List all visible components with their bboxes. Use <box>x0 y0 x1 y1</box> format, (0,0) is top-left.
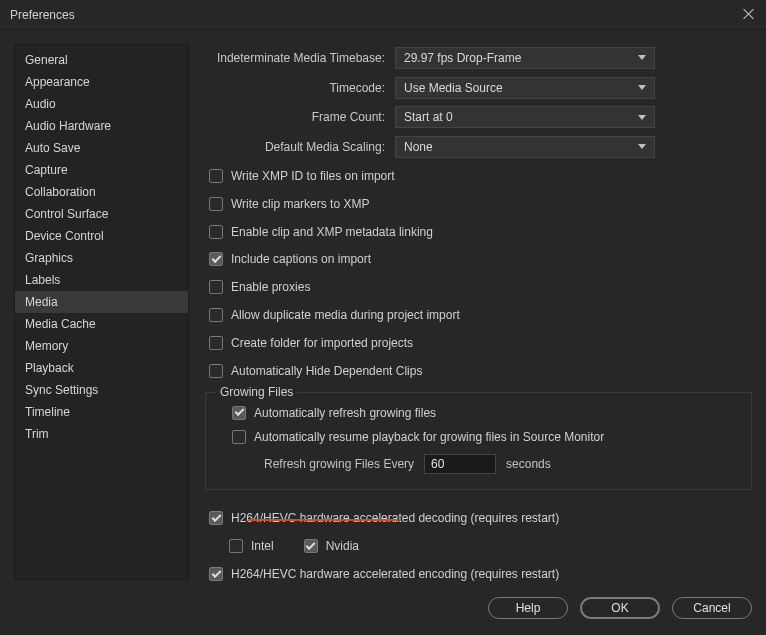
allow-duplicate-checkbox[interactable] <box>209 308 223 322</box>
refresh-suffix-label: seconds <box>506 457 551 471</box>
sidebar-item-control-surface[interactable]: Control Surface <box>15 203 188 225</box>
hw-encode-checkbox[interactable] <box>209 567 223 581</box>
include-captions-checkbox[interactable] <box>209 252 223 266</box>
auto-refresh-row[interactable]: Automatically refresh growing files <box>216 401 741 425</box>
scaling-dropdown[interactable]: None <box>395 136 655 158</box>
sidebar-item-labels[interactable]: Labels <box>15 269 188 291</box>
auto-resume-checkbox[interactable] <box>232 430 246 444</box>
sidebar-item-appearance[interactable]: Appearance <box>15 71 188 93</box>
sidebar-item-auto-save[interactable]: Auto Save <box>15 137 188 159</box>
timebase-label: Indeterminate Media Timebase: <box>205 51 395 65</box>
hw-decode-row[interactable]: H264/HEVC hardware accelerated decoding … <box>205 507 752 529</box>
allow-duplicate-row[interactable]: Allow duplicate media during project imp… <box>205 304 752 326</box>
sidebar-item-media-cache[interactable]: Media Cache <box>15 313 188 335</box>
sidebar-item-trim[interactable]: Trim <box>15 423 188 445</box>
include-captions-row[interactable]: Include captions on import <box>205 248 752 270</box>
growing-files-legend: Growing Files <box>216 385 297 399</box>
close-icon[interactable] <box>740 7 756 23</box>
nvidia-checkbox[interactable] <box>304 539 318 553</box>
title-bar: Preferences <box>0 0 766 30</box>
sidebar-item-playback[interactable]: Playback <box>15 357 188 379</box>
enable-clip-xmp-row[interactable]: Enable clip and XMP metadata linking <box>205 221 752 243</box>
chevron-down-icon <box>638 85 646 90</box>
sidebar-item-graphics[interactable]: Graphics <box>15 247 188 269</box>
create-folder-checkbox[interactable] <box>209 336 223 350</box>
nvidia-row[interactable]: Nvidia <box>304 534 359 558</box>
sidebar-item-audio-hardware[interactable]: Audio Hardware <box>15 115 188 137</box>
timecode-dropdown[interactable]: Use Media Source <box>395 77 655 99</box>
write-clip-markers-checkbox[interactable] <box>209 197 223 211</box>
auto-refresh-checkbox[interactable] <box>232 406 246 420</box>
scaling-label: Default Media Scaling: <box>205 140 395 154</box>
create-folder-row[interactable]: Create folder for imported projects <box>205 332 752 354</box>
cancel-button[interactable]: Cancel <box>672 597 752 619</box>
sidebar-item-sync-settings[interactable]: Sync Settings <box>15 379 188 401</box>
preferences-main: Indeterminate Media Timebase: 29.97 fps … <box>205 44 752 585</box>
write-clip-markers-row[interactable]: Write clip markers to XMP <box>205 193 752 215</box>
enable-clip-xmp-checkbox[interactable] <box>209 225 223 239</box>
chevron-down-icon <box>638 55 646 60</box>
timebase-dropdown[interactable]: 29.97 fps Drop-Frame <box>395 47 655 69</box>
hw-decode-checkbox[interactable] <box>209 511 223 525</box>
growing-files-group: Growing Files Automatically refresh grow… <box>205 392 752 490</box>
timecode-label: Timecode: <box>205 81 395 95</box>
dialog-footer: Help OK Cancel <box>0 585 766 631</box>
sidebar-item-audio[interactable]: Audio <box>15 93 188 115</box>
auto-hide-row[interactable]: Automatically Hide Dependent Clips <box>205 360 752 382</box>
sidebar-item-memory[interactable]: Memory <box>15 335 188 357</box>
intel-checkbox[interactable] <box>229 539 243 553</box>
preferences-sidebar: GeneralAppearanceAudioAudio HardwareAuto… <box>14 44 189 580</box>
framecount-dropdown[interactable]: Start at 0 <box>395 106 655 128</box>
sidebar-item-timeline[interactable]: Timeline <box>15 401 188 423</box>
ok-button[interactable]: OK <box>580 597 660 619</box>
enable-proxies-row[interactable]: Enable proxies <box>205 276 752 298</box>
intel-row[interactable]: Intel <box>229 534 274 558</box>
framecount-label: Frame Count: <box>205 110 395 124</box>
write-xmp-row[interactable]: Write XMP ID to files on import <box>205 165 752 187</box>
chevron-down-icon <box>638 115 646 120</box>
sidebar-item-collaboration[interactable]: Collaboration <box>15 181 188 203</box>
sidebar-item-device-control[interactable]: Device Control <box>15 225 188 247</box>
auto-hide-checkbox[interactable] <box>209 364 223 378</box>
hw-encode-row[interactable]: H264/HEVC hardware accelerated encoding … <box>205 563 752 585</box>
auto-resume-row[interactable]: Automatically resume playback for growin… <box>216 425 741 449</box>
sidebar-item-general[interactable]: General <box>15 49 188 71</box>
write-xmp-checkbox[interactable] <box>209 169 223 183</box>
help-button[interactable]: Help <box>488 597 568 619</box>
chevron-down-icon <box>638 144 646 149</box>
enable-proxies-checkbox[interactable] <box>209 280 223 294</box>
sidebar-item-media[interactable]: Media <box>15 291 188 313</box>
window-title: Preferences <box>10 8 75 22</box>
refresh-prefix-label: Refresh growing Files Every <box>264 457 414 471</box>
refresh-seconds-input[interactable]: 60 <box>424 454 496 474</box>
sidebar-item-capture[interactable]: Capture <box>15 159 188 181</box>
